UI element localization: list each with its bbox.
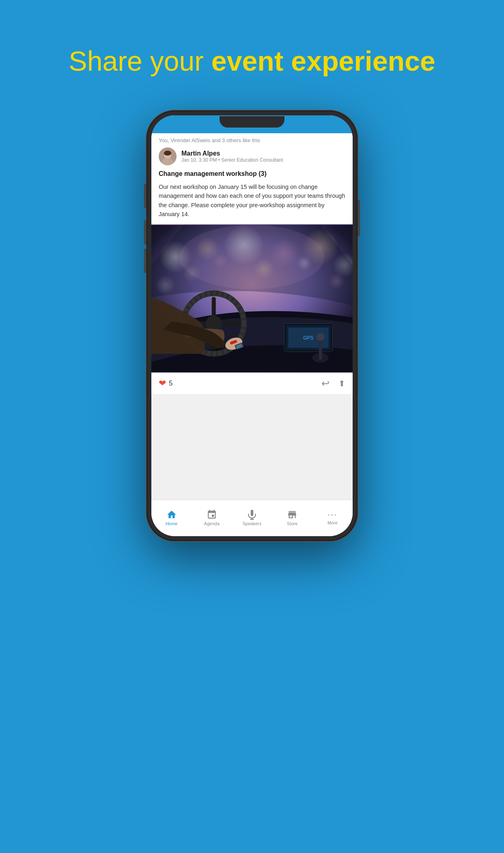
more-icon: ··· [327,510,337,519]
home-icon [166,509,177,520]
nav-label-home: Home [166,521,177,526]
svg-point-37 [179,225,324,290]
nav-item-more[interactable]: ··· More [312,507,353,525]
phone-mockup: You, Virender AlSweis and 3 others like … [146,110,358,541]
svg-point-36 [317,333,325,341]
headline-part1: Share your [69,45,211,76]
phone-screen: You, Virender AlSweis and 3 others like … [151,115,353,536]
author-info: Martin Alpes Jan 10, 3:30 PM • Senior Ed… [181,150,283,163]
post-body: Our next workshop on January 15 will be … [151,182,353,225]
app-content: You, Virender AlSweis and 3 others like … [151,133,353,536]
headline-part2: event experience [211,45,435,76]
heart-icon[interactable]: ❤ [159,378,166,389]
like-count: 5 [169,379,172,388]
likes-header: You, Virender AlSweis and 3 others like … [151,133,353,146]
post-actions: ❤ 5 ↩ ⬆ [151,372,353,394]
nav-item-store[interactable]: Store [272,506,312,526]
avatar [159,147,177,165]
reply-button[interactable]: ↩ [321,378,330,389]
author-row: Martin Alpes Jan 10, 3:30 PM • Senior Ed… [151,146,353,169]
nav-label-more: More [327,520,338,525]
store-icon [287,509,297,520]
phone-frame: You, Virender AlSweis and 3 others like … [146,110,358,541]
phone-notch [220,116,284,128]
post-image: GPS [151,224,353,372]
comments-area [151,394,353,499]
bottom-nav: Home Agenda Speakers [151,500,353,536]
post-title: Change management workshop (3) [151,169,353,182]
agenda-icon [207,509,217,520]
svg-text:GPS: GPS [303,336,313,341]
nav-label-store: Store [287,521,297,526]
nav-item-home[interactable]: Home [151,506,192,526]
nav-item-speakers[interactable]: Speakers [232,506,272,526]
speakers-icon [247,509,257,520]
svg-point-5 [164,151,171,156]
nav-item-agenda[interactable]: Agenda [192,506,232,526]
post-card: You, Virender AlSweis and 3 others like … [151,133,353,225]
nav-label-speakers: Speakers [243,521,261,526]
author-name: Martin Alpes [181,150,283,157]
nav-label-agenda: Agenda [204,521,220,526]
share-button[interactable]: ⬆ [338,379,345,388]
author-meta: Jan 10, 3:30 PM • Senior Education Consu… [181,157,283,163]
page-headline: Share your event experience [69,45,435,78]
svg-rect-35 [319,338,322,360]
